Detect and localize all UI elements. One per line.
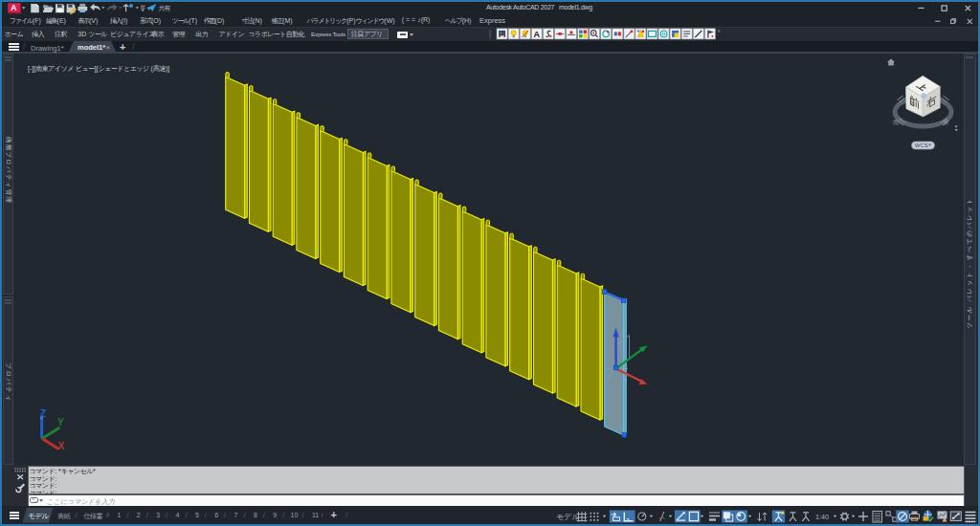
svg-text:南: 南: [893, 119, 900, 125]
svg-text:A: A: [534, 30, 541, 39]
svg-text:1:40: 1:40: [815, 513, 829, 521]
svg-text:Y: Y: [57, 417, 64, 427]
svg-text:x: x: [718, 28, 721, 33]
svg-text:Z: Z: [40, 408, 46, 419]
svg-text:WCS: WCS: [915, 142, 928, 148]
svg-text:共有: 共有: [159, 5, 171, 12]
svg-text:A: A: [11, 3, 16, 12]
svg-text:X: X: [58, 441, 65, 451]
svg-text:東: 東: [943, 119, 949, 125]
